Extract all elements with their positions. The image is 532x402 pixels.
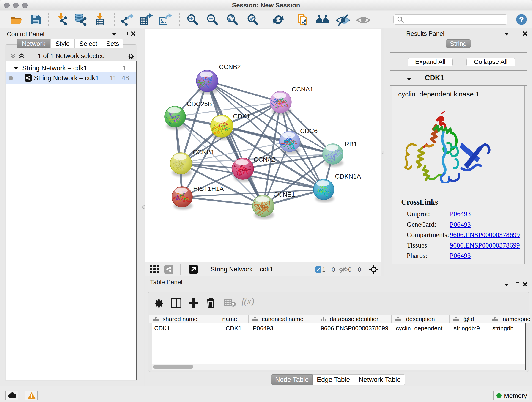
svg-text:CDK1: CDK1 — [233, 113, 250, 120]
svg-text:CCNE1: CCNE1 — [273, 191, 295, 198]
svg-text:CDC6: CDC6 — [300, 128, 317, 134]
svg-text:HIST1H1A: HIST1H1A — [193, 185, 224, 192]
svg-text:RB1: RB1 — [345, 140, 357, 148]
svg-text:CCNB1: CCNB1 — [193, 148, 215, 156]
svg-text:CDC25B: CDC25B — [187, 100, 212, 108]
svg-text:CCNB2: CCNB2 — [219, 63, 241, 70]
svg-text:CCNA2: CCNA2 — [254, 156, 275, 163]
svg-text:CCNA1: CCNA1 — [292, 86, 313, 93]
svg-text:CDKN1A: CDKN1A — [335, 173, 361, 180]
